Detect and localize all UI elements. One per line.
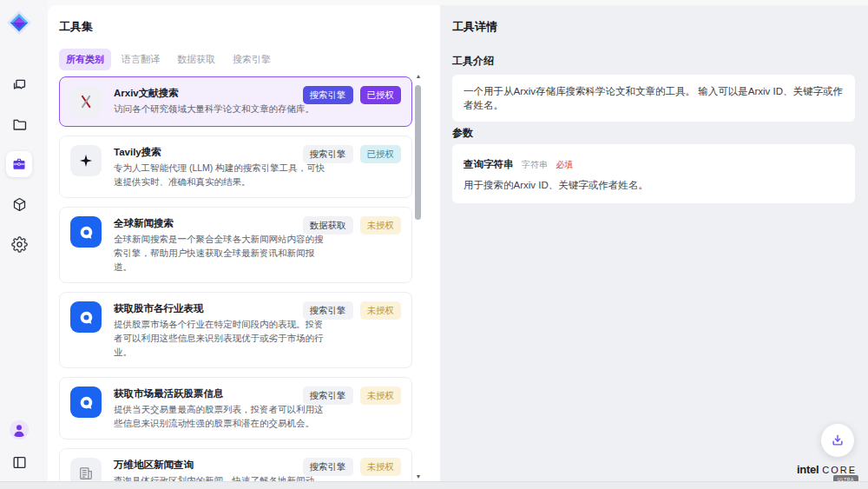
tool-card[interactable]: 全球新闻搜索 全球新闻搜索是一个聚合全球各大新闻网站内容的搜索引擎，帮助用户快速… [59, 207, 412, 283]
user-avatar[interactable] [6, 417, 32, 443]
app-window: 工具集 所有类别 语言翻译 数据获取 搜索引擎 Arxiv文献搜索 访问各个研究… [0, 0, 868, 489]
tool-name: Arxiv文献搜索 [114, 86, 327, 100]
window-bottom-edge [0, 481, 868, 489]
download-icon [830, 433, 845, 448]
auth-status-badge: 未授权 [360, 216, 402, 235]
tool-description: 访问各个研究领域大量科学论文和文章的存储库。 [114, 102, 327, 116]
panel-toggle-icon[interactable] [6, 449, 32, 475]
page-title: 工具集 [59, 19, 93, 35]
param-card: 查询字符串 字符串 必填 用于搜索的Arxiv ID、关键字或作者姓名。 [452, 144, 855, 203]
intro-card: 一个用于从Arxiv存储库搜索科学论文和文章的工具。 输入可以是Arxiv ID… [452, 75, 855, 122]
tool-details-panel: 工具详情 工具介绍 一个用于从Arxiv存储库搜索科学论文和文章的工具。 输入可… [440, 5, 868, 482]
param-header: 查询字符串 字符串 必填 [464, 155, 844, 171]
category-badge: 搜索引擎 [303, 86, 353, 104]
q-app-icon [70, 301, 102, 333]
auth-status-badge: 未授权 [360, 387, 402, 405]
auth-status-badge: 未授权 [360, 301, 402, 320]
scrollbar-thumb[interactable] [415, 85, 421, 220]
q-app-icon [70, 216, 102, 248]
intro-heading: 工具介绍 [452, 54, 494, 69]
tool-name: 全球新闻搜索 [114, 216, 327, 230]
download-button[interactable] [821, 424, 854, 457]
toolbox-icon[interactable] [6, 151, 32, 177]
auth-status-badge: 已授权 [360, 86, 402, 104]
auth-status-badge: 已授权 [360, 145, 402, 163]
tool-name: 万维地区新闻查询 [114, 458, 327, 472]
category-tab[interactable]: 搜索引擎 [226, 49, 278, 70]
intel-core-logo: intel CORE ULTRA [797, 463, 857, 476]
sparkle-icon [70, 145, 102, 176]
folder-icon[interactable] [6, 111, 32, 137]
category-badge: 搜索引擎 [303, 145, 353, 163]
param-required-flag: 必填 [556, 160, 573, 169]
params-heading: 参数 [452, 126, 473, 141]
category-badge: 搜索引擎 [303, 301, 353, 320]
category-tab[interactable]: 所有类别 [59, 49, 111, 70]
tool-description: 全球新闻搜索是一个聚合全球各大新闻网站内容的搜索引擎，帮助用户快速获取全球最新资… [114, 232, 327, 274]
category-tabs: 所有类别 语言翻译 数据获取 搜索引擎 [59, 49, 278, 70]
tool-card[interactable]: 获取股市各行业表现 提供股票市场各个行业在特定时间段内的表现。投资者可以利用这些… [59, 292, 412, 368]
tool-description: 提供股票市场各个行业在特定时间段内的表现。投资者可以利用这些信息来识别表现优于或… [114, 317, 327, 359]
tools-panel: 工具集 所有类别 语言翻译 数据获取 搜索引擎 Arxiv文献搜索 访问各个研究… [48, 5, 440, 482]
q-app-icon [70, 387, 102, 418]
param-type: 字符串 [522, 160, 548, 169]
tool-name: Tavily搜索 [114, 145, 327, 159]
chat-icon[interactable] [6, 71, 32, 97]
settings-gear-icon[interactable] [6, 231, 32, 257]
arxiv-logo-icon [70, 86, 102, 117]
tool-name: 获取股市各行业表现 [114, 301, 327, 315]
tool-description: 专为人工智能代理 (LLM) 构建的搜索引擎工具，可快速提供实时、准确和真实的结… [114, 161, 327, 188]
category-badge: 数据获取 [303, 216, 353, 235]
param-name: 查询字符串 [464, 159, 514, 169]
tool-list: Arxiv文献搜索 访问各个研究领域大量科学论文和文章的存储库。 搜索引擎 已授… [59, 76, 412, 482]
sidebar-bottom [0, 417, 38, 475]
category-badge: 搜索引擎 [303, 458, 353, 476]
category-tab[interactable]: 数据获取 [170, 49, 222, 70]
tool-card[interactable]: 万维地区新闻查询 查询具体行政区划内的新闻，快速了解各地新闻动 搜索引擎 未授权 [59, 448, 412, 482]
tool-description: 提供当天交易量最高的股票列表，投资者可以利用这些信息来识别流动性强的股票和潜在的… [114, 402, 327, 430]
scrollbar[interactable]: ▲ ▼ [414, 73, 423, 480]
left-sidebar [0, 0, 48, 489]
tool-card[interactable]: Arxiv文献搜索 访问各个研究领域大量科学论文和文章的存储库。 搜索引擎 已授… [59, 76, 412, 127]
tool-name: 获取市场最活跃股票信息 [114, 387, 327, 400]
sidebar-nav [0, 71, 38, 257]
tool-card[interactable]: 获取市场最活跃股票信息 提供当天交易量最高的股票列表，投资者可以利用这些信息来识… [59, 377, 412, 439]
param-description: 用于搜索的Arxiv ID、关键字或作者姓名。 [464, 179, 844, 192]
scrollbar-up-arrow[interactable]: ▲ [414, 73, 423, 80]
cube-icon[interactable] [6, 191, 32, 217]
newspaper-icon [70, 458, 102, 482]
tool-card[interactable]: Tavily搜索 专为人工智能代理 (LLM) 构建的搜索引擎工具，可快速提供实… [59, 135, 412, 198]
auth-status-badge: 未授权 [360, 458, 402, 476]
app-logo-icon [6, 10, 32, 36]
category-tab[interactable]: 语言翻译 [115, 49, 167, 70]
details-title: 工具详情 [452, 19, 497, 35]
category-badge: 搜索引擎 [303, 387, 353, 405]
scrollbar-down-arrow[interactable]: ▼ [414, 473, 423, 480]
